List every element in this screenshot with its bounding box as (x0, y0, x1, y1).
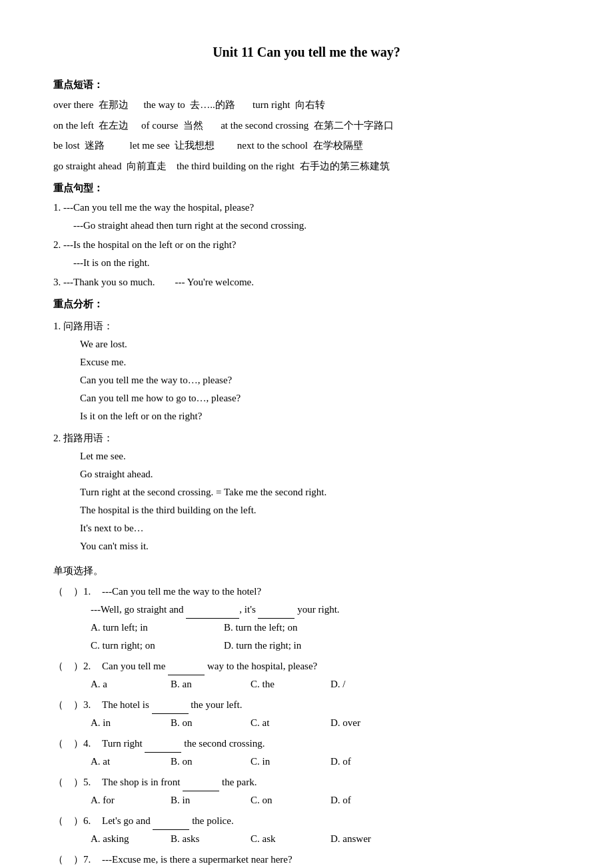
question-2: （ ） 2. Can you tell me way to the hospit… (53, 657, 560, 693)
analysis-2-item-5: It's next to be… (53, 519, 560, 537)
q2-text: Can you tell me way to the hospital, ple… (102, 657, 560, 675)
q7-text: ---Excuse me, is there a supermarket nea… (102, 851, 560, 868)
q2-paren: （ ） (53, 657, 83, 675)
q2-options-1: A. a B. an C. the D. / (53, 675, 560, 693)
q1-options-2: C. turn right; on D. turn the right; in (53, 637, 560, 655)
exercise-header: 单项选择。 (53, 562, 560, 580)
vocab-line-4: go straight ahead 向前直走 the third buildin… (53, 157, 560, 176)
question-4: （ ） 4. Turn right the second crossing. A… (53, 735, 560, 771)
analysis-2-item-6: You can't miss it. (53, 537, 560, 555)
q4-text: Turn right the second crossing. (102, 735, 560, 753)
sentence-3: 3. ---Thank you so much. --- You're welc… (53, 273, 560, 291)
analysis-2-item-2: Go straight ahead. (53, 465, 560, 483)
analysis-1: 1. 问路用语： (53, 317, 560, 335)
analysis-2-item-4: The hospital is the third building on th… (53, 501, 560, 519)
question-3: （ ） 3. The hotel is the your left. A. in… (53, 696, 560, 732)
sentence-2: 2. ---Is the hospital on the left or on … (53, 236, 560, 272)
q4-num: 4. (83, 735, 102, 753)
analysis-header: 重点分析： (53, 295, 560, 313)
question-6: （ ） 6. Let's go and the police. A. askin… (53, 812, 560, 848)
analysis-1-item-3: Can you tell me the way to…, please? (53, 371, 560, 389)
q3-num: 3. (83, 696, 102, 714)
q5-paren: （ ） (53, 773, 83, 791)
q3-options-1: A. in B. on C. at D. over (53, 714, 560, 732)
analysis-2: 2. 指路用语： (53, 429, 560, 447)
vocab-line-3: be lost 迷路 let me see 让我想想 next to the s… (53, 136, 560, 155)
q6-text: Let's go and the police. (102, 812, 560, 830)
sentence-1: 1. ---Can you tell me the way the hospit… (53, 199, 560, 235)
q1-options-1: A. turn left; in B. turn the left; on (53, 619, 560, 637)
q6-num: 6. (83, 812, 102, 830)
q4-options-1: A. at B. on C. in D. of (53, 753, 560, 771)
sentence-header: 重点句型： (53, 179, 560, 197)
question-1: （ ） 1. ---Can you tell me the way to the… (53, 583, 560, 655)
analysis-1-item-4: Can you tell me how to go to…, please? (53, 389, 560, 407)
analysis-1-item-2: Excuse me. (53, 353, 560, 371)
analysis-2-item-1: Let me see. (53, 447, 560, 465)
q1-num: 1. (83, 583, 102, 601)
q5-num: 5. (83, 773, 102, 791)
question-5: （ ） 5. The shop is in front the park. A.… (53, 773, 560, 809)
sentence-section: 重点句型： 1. ---Can you tell me the way the … (53, 179, 560, 291)
q1-text: ---Can you tell me the way to the hotel? (102, 583, 560, 601)
q3-paren: （ ） (53, 696, 83, 714)
q3-text: The hotel is the your left. (102, 696, 560, 714)
q7-paren: （ ） (53, 851, 83, 868)
analysis-section: 重点分析： 1. 问路用语： We are lost. Excuse me. C… (53, 295, 560, 555)
q6-paren: （ ） (53, 812, 83, 830)
vocab-section: 重点短语： over there 在那边 the way to 去…..的路 t… (53, 76, 560, 175)
analysis-1-item-5: Is it on the left or on the right? (53, 407, 560, 425)
q1-paren: （ ） (53, 583, 83, 601)
analysis-1-item-1: We are lost. (53, 335, 560, 353)
vocab-line-1: over there 在那边 the way to 去…..的路 turn ri… (53, 95, 560, 115)
page-title: Unit 11 Can you tell me the way? (53, 40, 560, 64)
vocab-header: 重点短语： (53, 76, 560, 94)
q7-num: 7. (83, 851, 102, 868)
vocab-line-2: on the left 在左边 of course 当然 at the seco… (53, 116, 560, 135)
q2-num: 2. (83, 657, 102, 675)
q5-text: The shop is in front the park. (102, 773, 560, 791)
q1-subtext: ---Well, go straight and , it's your rig… (91, 601, 560, 619)
q6-options-1: A. asking B. asks C. ask D. answer (53, 830, 560, 848)
q4-paren: （ ） (53, 735, 83, 753)
analysis-2-item-3: Turn right at the second crossing. = Tak… (53, 483, 560, 501)
q5-options-1: A. for B. in C. on D. of (53, 791, 560, 809)
question-7: （ ） 7. ---Excuse me, is there a supermar… (53, 851, 560, 868)
